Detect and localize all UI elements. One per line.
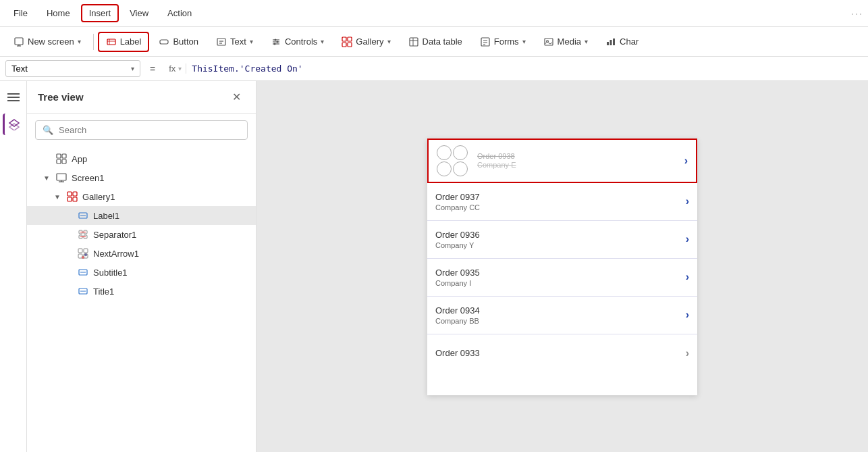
tree-panel: Tree view ✕ 🔍 App	[27, 81, 256, 452]
media-button[interactable]: Media ▾	[535, 32, 596, 52]
svg-rect-31	[613, 39, 615, 45]
tree-item-label1[interactable]: Label1	[27, 206, 256, 225]
svg-rect-3	[107, 39, 115, 45]
menu-view[interactable]: View	[121, 4, 157, 22]
new-screen-icon	[13, 36, 24, 47]
label-icon	[106, 36, 117, 47]
dropdown-chevron: ▾	[131, 65, 134, 72]
search-box[interactable]: 🔍	[35, 120, 248, 140]
item-3-subtitle: Company I	[435, 279, 686, 287]
tree-item-app[interactable]: App	[27, 149, 256, 168]
menu-insert[interactable]: Insert	[81, 4, 119, 22]
gallery-item-4[interactable]: Order 0934 Company BB ›	[427, 297, 697, 334]
item-text-group: Order 0938 Company E	[477, 152, 516, 169]
item-2-content: Order 0936 Company Y	[435, 230, 686, 249]
new-screen-button[interactable]: New screen ▾	[5, 32, 89, 52]
circle-4	[453, 161, 468, 176]
app-icon	[55, 153, 67, 165]
item-5-arrow: ›	[686, 347, 689, 359]
item-0-arrow: ›	[684, 155, 688, 167]
item-0-title-text: Order 0938	[477, 152, 516, 160]
main-layout: Tree view ✕ 🔍 App	[0, 81, 868, 452]
label-button[interactable]: Label	[98, 32, 150, 52]
sidebar-icons	[0, 81, 27, 452]
data-table-icon	[408, 36, 419, 47]
gallery-button[interactable]: Gallery ▾	[333, 32, 398, 52]
new-screen-chevron: ▾	[78, 38, 81, 45]
separator1-icon	[77, 228, 89, 241]
item-5-title: Order 0933	[435, 348, 686, 358]
tree-header: Tree view ✕	[27, 81, 256, 114]
screen-icon	[55, 172, 67, 184]
item-4-arrow: ›	[686, 309, 689, 321]
gallery-item-1[interactable]: Order 0937 Company CC ›	[427, 183, 697, 221]
item-3-content: Order 0935 Company I	[435, 268, 686, 287]
menu-home[interactable]: Home	[38, 4, 78, 22]
circle-2	[453, 145, 468, 160]
media-chevron: ▾	[585, 38, 588, 45]
svg-rect-37	[57, 154, 61, 158]
gallery-item-5[interactable]: Order 0933 ›	[427, 334, 697, 372]
circle-1	[437, 145, 452, 160]
circle-3	[437, 161, 452, 176]
svg-rect-57	[84, 249, 88, 253]
svg-rect-29	[607, 42, 609, 45]
svg-point-14	[276, 41, 278, 43]
text-toolbar-btn[interactable]: Text ▾	[208, 32, 261, 52]
chart-icon	[605, 36, 616, 47]
svg-rect-20	[410, 38, 418, 46]
gallery-item-0[interactable]: Order 0938 Company E ›	[427, 139, 697, 183]
text-icon	[216, 36, 227, 47]
gallery-icon	[342, 36, 352, 47]
gallery-item-3[interactable]: Order 0935 Company I ›	[427, 259, 697, 297]
fx-indicator: fx ▾	[165, 64, 186, 74]
button-icon	[159, 36, 169, 47]
svg-rect-47	[73, 197, 77, 201]
svg-rect-7	[217, 39, 225, 45]
layers-button[interactable]	[3, 114, 24, 135]
search-input[interactable]	[59, 125, 240, 135]
item-3-arrow: ›	[686, 271, 689, 283]
item-4-content: Order 0934 Company BB	[435, 305, 686, 325]
gallery-canvas: Order 0938 Company E › Order 0937 Compan…	[427, 139, 697, 395]
forms-icon	[480, 36, 491, 47]
svg-rect-38	[62, 154, 66, 158]
tree-close-button[interactable]: ✕	[228, 89, 245, 105]
svg-rect-17	[348, 37, 352, 41]
tree-item-screen1[interactable]: ▼ Screen1	[27, 168, 256, 187]
data-table-button[interactable]: Data table	[400, 32, 470, 52]
hamburger-menu-button[interactable]	[3, 86, 24, 108]
tree-title: Tree view	[38, 91, 84, 103]
screen1-chevron: ▼	[43, 174, 51, 182]
text-chevron: ▾	[250, 38, 253, 45]
gallery-chevron: ▾	[387, 38, 391, 45]
svg-rect-16	[342, 37, 346, 41]
menu-file[interactable]: File	[5, 4, 36, 22]
svg-rect-19	[348, 43, 352, 47]
controls-icon	[271, 36, 281, 47]
property-dropdown[interactable]: Text ▾	[5, 60, 140, 77]
tree-item-gallery1[interactable]: ▼ Gallery1	[27, 187, 256, 206]
canvas-area: Order 0938 Company E › Order 0937 Compan…	[256, 81, 868, 452]
forms-button[interactable]: Forms ▾	[472, 32, 534, 52]
item-3-title: Order 0935	[435, 268, 686, 278]
item-1-arrow: ›	[686, 195, 689, 207]
toolbar-divider-1	[93, 34, 94, 50]
item-5-content: Order 0933	[435, 348, 686, 358]
label1-icon	[77, 209, 89, 222]
tree-item-title1[interactable]: Title1	[27, 282, 256, 301]
controls-button[interactable]: Controls ▾	[263, 32, 332, 52]
button-toolbar-btn[interactable]: Button	[151, 32, 207, 52]
subtitle1-icon	[77, 266, 89, 278]
menu-overflow: ⋯	[850, 6, 863, 21]
menu-action[interactable]: Action	[159, 4, 200, 22]
tree-item-separator1[interactable]: Separator1	[27, 225, 256, 244]
selected-item-inner: Order 0938 Company E	[437, 145, 684, 176]
chart-button[interactable]: Char	[597, 32, 647, 52]
formula-input[interactable]	[192, 64, 863, 74]
svg-point-13	[274, 39, 276, 41]
forms-chevron: ▾	[522, 38, 526, 45]
tree-item-subtitle1[interactable]: Subtitle1	[27, 263, 256, 282]
gallery-item-2[interactable]: Order 0936 Company Y ›	[427, 221, 697, 259]
tree-item-nextarrow1[interactable]: NextArrow1	[27, 244, 256, 263]
